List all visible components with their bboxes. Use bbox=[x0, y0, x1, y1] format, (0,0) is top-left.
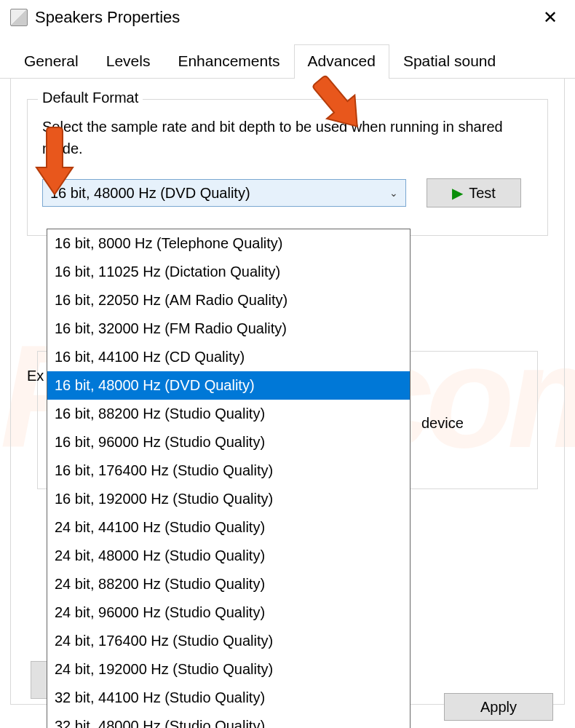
dropdown-option[interactable]: 24 bit, 96000 Hz (Studio Quality) bbox=[47, 598, 410, 627]
titlebar: Speakers Properties ✕ bbox=[0, 0, 575, 35]
sample-rate-dropdown-list[interactable]: 16 bit, 8000 Hz (Telephone Quality)16 bi… bbox=[47, 229, 411, 728]
dropdown-option[interactable]: 16 bit, 44100 Hz (CD Quality) bbox=[47, 343, 410, 371]
dropdown-option[interactable]: 16 bit, 96000 Hz (Studio Quality) bbox=[47, 428, 410, 456]
default-format-group: Default Format Select the sample rate an… bbox=[27, 99, 548, 236]
test-button[interactable]: ▶ Test bbox=[427, 178, 521, 207]
test-button-label: Test bbox=[469, 185, 496, 202]
dropdown-option[interactable]: 24 bit, 176400 Hz (Studio Quality) bbox=[47, 627, 410, 655]
window-title: Speakers Properties bbox=[35, 8, 536, 27]
device-word: device bbox=[421, 415, 464, 432]
tab-enhancements[interactable]: Enhancements bbox=[164, 44, 293, 79]
dropdown-option[interactable]: 16 bit, 8000 Hz (Telephone Quality) bbox=[47, 229, 410, 258]
dropdown-option[interactable]: 16 bit, 176400 Hz (Studio Quality) bbox=[47, 456, 410, 485]
dropdown-option[interactable]: 24 bit, 88200 Hz (Studio Quality) bbox=[47, 570, 410, 598]
sample-rate-combobox[interactable]: 16 bit, 48000 Hz (DVD Quality) ⌄ bbox=[42, 179, 406, 207]
speaker-icon bbox=[10, 9, 28, 26]
dropdown-option[interactable]: 16 bit, 11025 Hz (Dictation Quality) bbox=[47, 258, 410, 286]
dropdown-option[interactable]: 24 bit, 44100 Hz (Studio Quality) bbox=[47, 513, 410, 542]
default-format-legend: Default Format bbox=[38, 90, 143, 106]
play-icon: ▶ bbox=[452, 184, 463, 202]
dropdown-option[interactable]: 24 bit, 48000 Hz (Studio Quality) bbox=[47, 542, 410, 570]
tab-general[interactable]: General bbox=[10, 44, 92, 79]
tab-levels[interactable]: Levels bbox=[92, 44, 164, 79]
exclusive-mode-prefix: Ex bbox=[27, 368, 44, 384]
dropdown-option[interactable]: 32 bit, 48000 Hz (Studio Quality) bbox=[47, 712, 410, 728]
arrow-annotation-tab bbox=[309, 71, 368, 137]
dropdown-option[interactable]: 16 bit, 48000 Hz (DVD Quality) bbox=[47, 371, 410, 400]
tab-bar: General Levels Enhancements Advanced Spa… bbox=[0, 44, 575, 79]
close-button[interactable]: ✕ bbox=[536, 7, 565, 28]
tab-spatial-sound[interactable]: Spatial sound bbox=[389, 44, 509, 79]
dropdown-option[interactable]: 16 bit, 192000 Hz (Studio Quality) bbox=[47, 485, 410, 513]
dropdown-option[interactable]: 16 bit, 32000 Hz (FM Radio Quality) bbox=[47, 314, 410, 343]
dropdown-option[interactable]: 24 bit, 192000 Hz (Studio Quality) bbox=[47, 655, 410, 684]
apply-button[interactable]: Apply bbox=[444, 693, 553, 721]
dropdown-option[interactable]: 16 bit, 22050 Hz (AM Radio Quality) bbox=[47, 286, 410, 314]
combobox-selected-value: 16 bit, 48000 Hz (DVD Quality) bbox=[50, 185, 389, 202]
default-format-description: Select the sample rate and bit depth to … bbox=[42, 116, 533, 159]
dropdown-option[interactable]: 16 bit, 88200 Hz (Studio Quality) bbox=[47, 400, 410, 428]
chevron-down-icon: ⌄ bbox=[389, 187, 398, 199]
arrow-annotation-dropdown bbox=[29, 125, 80, 198]
dropdown-option[interactable]: 32 bit, 44100 Hz (Studio Quality) bbox=[47, 684, 410, 712]
